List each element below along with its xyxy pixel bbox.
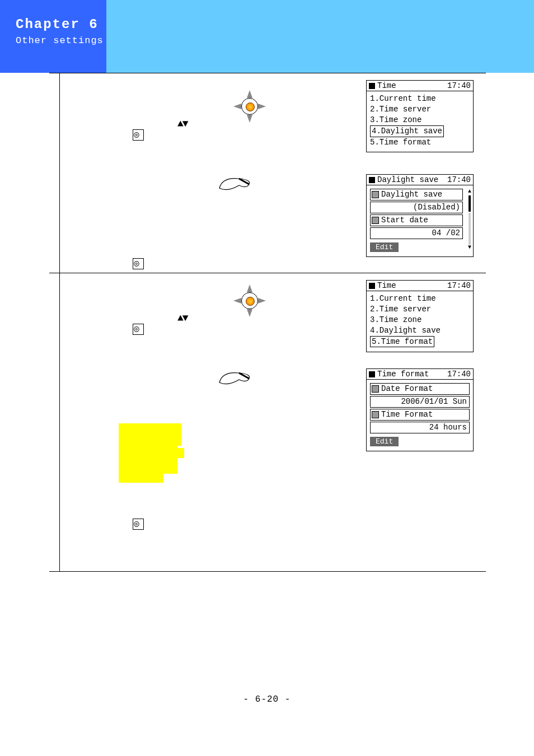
panel-clock: 17:40 bbox=[447, 175, 471, 184]
field-value: 24 hours bbox=[370, 422, 470, 433]
panel-header: Time 17:40 bbox=[367, 281, 473, 291]
menu-item[interactable]: 2.Time server bbox=[370, 304, 470, 315]
menu-item[interactable]: 3.Time zone bbox=[370, 115, 470, 125]
panel-header: Time format 17:40 bbox=[367, 369, 473, 380]
section-daylight-save: ▲▼ Time 17:40 1.Current time 2.Time serv… bbox=[59, 73, 486, 273]
panel-title: Time bbox=[369, 81, 396, 90]
panel-title: Time bbox=[369, 281, 396, 290]
screen-time-menu: Time 17:40 1.Current time 2.Time server … bbox=[366, 280, 474, 352]
scrollbar[interactable]: ▲ ▼ bbox=[468, 189, 471, 250]
highlight-block bbox=[119, 423, 177, 474]
panel-title: Time format bbox=[369, 370, 429, 379]
screen-time-format: Time format 17:40 Date Format 2006/01/01… bbox=[366, 368, 474, 451]
updown-arrows-icon: ▲▼ bbox=[177, 312, 188, 324]
menu-item[interactable]: 5.Time format bbox=[370, 137, 470, 148]
note-icon bbox=[133, 258, 144, 269]
panel-clock: 17:40 bbox=[447, 370, 471, 379]
page-header: Chapter 6 Other settings bbox=[0, 0, 534, 73]
screen-time-menu: Time 17:40 1.Current time 2.Time server … bbox=[366, 80, 474, 152]
checkbox-icon bbox=[372, 385, 379, 393]
scroll-down-icon: ▼ bbox=[468, 245, 471, 250]
menu-item-selected[interactable]: 4.Daylight save bbox=[370, 125, 444, 137]
checkbox-icon bbox=[372, 191, 379, 198]
menu-item[interactable]: 4.Daylight save bbox=[370, 325, 470, 336]
content-frame: ▲▼ Time 17:40 1.Current time 2.Time serv… bbox=[49, 73, 486, 572]
scroll-up-icon: ▲ bbox=[468, 189, 471, 194]
edit-button[interactable]: Edit bbox=[370, 437, 399, 447]
field-value: 04 /02 bbox=[370, 227, 463, 239]
chapter-title: Chapter 6 bbox=[16, 17, 106, 32]
menu-item[interactable]: 1.Current time bbox=[370, 94, 470, 104]
field-daylight-save[interactable]: Daylight save bbox=[370, 189, 463, 200]
panel-header: Time 17:40 bbox=[367, 81, 473, 91]
target-icon bbox=[233, 284, 266, 317]
note-icon bbox=[133, 519, 144, 530]
field-value: 2006/01/01 Sun bbox=[370, 396, 470, 408]
panel-header: Daylight save 17:40 bbox=[367, 175, 473, 185]
note-icon bbox=[133, 129, 144, 141]
panel-body: Daylight save (Disabled) Start date 04 /… bbox=[367, 185, 473, 256]
panel-body: 1.Current time 2.Time server 3.Time zone… bbox=[367, 91, 473, 152]
menu-item-selected[interactable]: 5.Time format bbox=[370, 336, 434, 348]
menu-item[interactable]: 3.Time zone bbox=[370, 315, 470, 325]
screen-daylight-save: Daylight save 17:40 Daylight save (Disab… bbox=[366, 174, 474, 257]
page-number: - 6-20 - bbox=[0, 694, 534, 704]
field-value: (Disabled) bbox=[370, 202, 463, 213]
field-date-format[interactable]: Date Format bbox=[370, 383, 470, 395]
panel-title: Daylight save bbox=[369, 175, 438, 184]
panel-clock: 17:40 bbox=[447, 81, 471, 90]
menu-item[interactable]: 1.Current time bbox=[370, 293, 470, 304]
field-time-format[interactable]: Time Format bbox=[370, 409, 470, 421]
panel-body: 1.Current time 2.Time server 3.Time zone… bbox=[367, 291, 473, 352]
checkbox-icon bbox=[372, 411, 379, 418]
note-icon bbox=[133, 324, 144, 335]
panel-clock: 17:40 bbox=[447, 281, 471, 290]
checkbox-icon bbox=[372, 217, 379, 224]
target-icon bbox=[233, 90, 266, 123]
chapter-block: Chapter 6 Other settings bbox=[0, 0, 106, 73]
menu-item[interactable]: 2.Time server bbox=[370, 104, 470, 115]
chapter-subtitle: Other settings bbox=[16, 35, 106, 46]
highlight-block bbox=[177, 448, 184, 458]
pen-icon bbox=[217, 368, 252, 391]
highlight-block bbox=[177, 423, 181, 446]
pen-icon bbox=[217, 174, 252, 197]
section-time-format: ▲▼ Time 17:40 1.Current time 2.Time serv… bbox=[59, 273, 486, 571]
field-start-date[interactable]: Start date bbox=[370, 214, 463, 226]
edit-button[interactable]: Edit bbox=[370, 242, 399, 253]
highlight-block bbox=[119, 474, 163, 483]
updown-arrows-icon: ▲▼ bbox=[177, 118, 188, 129]
panel-body: Date Format 2006/01/01 Sun Time Format 2… bbox=[367, 380, 473, 451]
